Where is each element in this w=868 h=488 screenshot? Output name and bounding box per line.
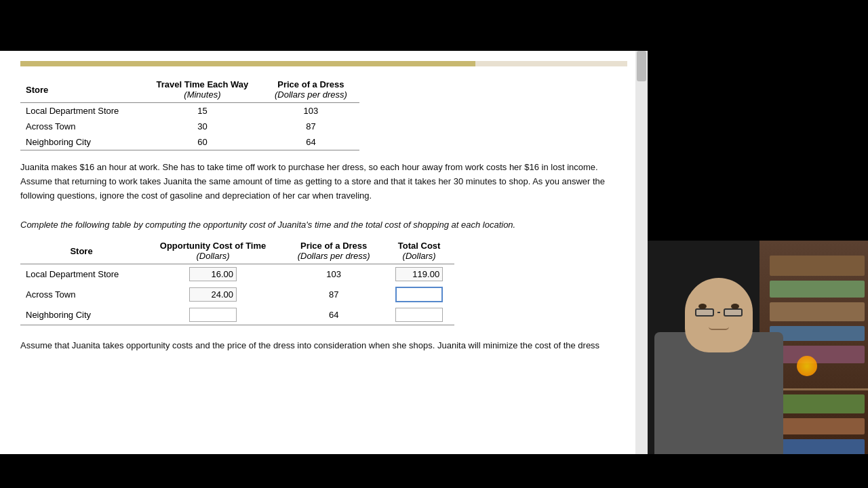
total-neighboring xyxy=(384,305,454,325)
oppcost-neighboring-input[interactable] xyxy=(189,308,237,322)
store2-neighboring: Neighboring City xyxy=(20,305,142,325)
bottom-paragraph: Assume that Juanita takes opportunity co… xyxy=(20,339,627,353)
table2-total-header: Total Cost (Dollars) xyxy=(384,238,454,264)
price2-local: 103 xyxy=(283,264,384,285)
price-local: 103 xyxy=(262,103,359,119)
table-row: Local Department Store 103 xyxy=(20,264,454,285)
total-local-input[interactable] xyxy=(395,267,443,281)
price-across: 87 xyxy=(262,119,359,134)
store-neighboring: Neighboring City xyxy=(20,134,142,150)
store-local: Local Department Store xyxy=(20,103,142,119)
description-paragraph: Juanita makes $16 an hour at work. She h… xyxy=(20,161,627,203)
travel-across: 30 xyxy=(142,119,262,134)
scrollbar-thumb[interactable] xyxy=(637,51,646,81)
travel-neighboring: 60 xyxy=(142,134,262,150)
table-row: Local Department Store 15 103 xyxy=(20,103,359,119)
progress-bar-fill xyxy=(20,61,475,66)
table-row: Across Town 87 xyxy=(20,284,454,305)
instruction-text: Complete the following table by computin… xyxy=(20,220,627,230)
bottom-bar xyxy=(0,454,868,488)
total-across xyxy=(384,284,454,305)
table-row: Neighboring City 60 64 xyxy=(20,134,359,150)
scrollbar-track[interactable] xyxy=(635,51,648,454)
progress-bar-container xyxy=(20,61,627,66)
table-row: Neighboring City 64 xyxy=(20,305,454,325)
table1-price-header: Price of a Dress (Dollars per dress) xyxy=(262,77,359,103)
store2-across: Across Town xyxy=(20,284,142,305)
oppcost-neighboring xyxy=(142,305,283,325)
person-head xyxy=(685,278,753,352)
opportunity-cost-table: Store Opportunity Cost of Time (Dollars)… xyxy=(20,238,454,325)
table2-oppcost-header: Opportunity Cost of Time (Dollars) xyxy=(142,238,283,264)
travel-time-table: Store Travel Time Each Way (Minutes) Pri… xyxy=(20,77,359,150)
oppcost-local-input[interactable] xyxy=(189,267,237,281)
top-bar xyxy=(0,0,868,51)
oppcost-local xyxy=(142,264,283,285)
table1-store-header: Store xyxy=(20,77,142,103)
store-across: Across Town xyxy=(20,119,142,134)
table2-price-header: Price of a Dress (Dollars per dress) xyxy=(283,238,384,264)
price2-across: 87 xyxy=(283,284,384,305)
main-content-area: Store Travel Time Each Way (Minutes) Pri… xyxy=(0,51,648,454)
cursor-indicator xyxy=(797,356,817,376)
total-local xyxy=(384,264,454,285)
table1-travel-header: Travel Time Each Way (Minutes) xyxy=(142,77,262,103)
video-panel xyxy=(648,241,868,488)
oppcost-across-input[interactable] xyxy=(189,287,237,302)
table-row: Across Town 30 87 xyxy=(20,119,359,134)
store2-local: Local Department Store xyxy=(20,264,142,285)
total-across-input[interactable] xyxy=(395,287,443,302)
travel-local: 15 xyxy=(142,103,262,119)
table2-store-header: Store xyxy=(20,238,142,264)
total-neighboring-input[interactable] xyxy=(395,308,443,322)
price-neighboring: 64 xyxy=(262,134,359,150)
price2-neighboring: 64 xyxy=(283,305,384,325)
oppcost-across xyxy=(142,284,283,305)
